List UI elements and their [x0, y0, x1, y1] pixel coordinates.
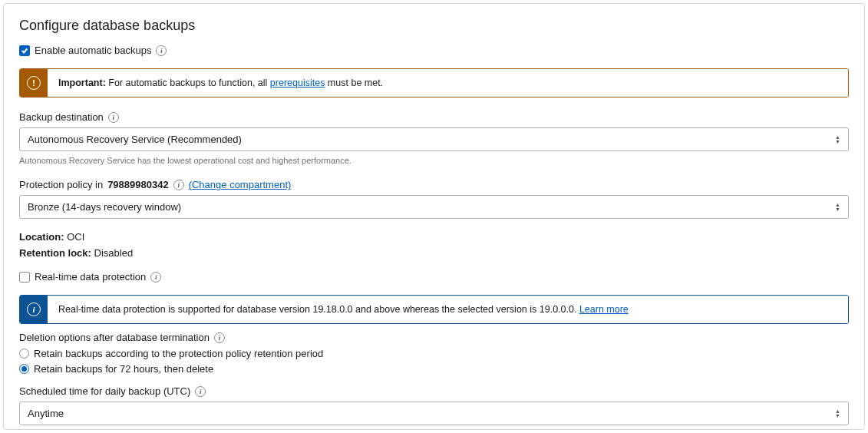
scheduled-time-label: Scheduled time for daily backup (UTC) — [19, 385, 190, 397]
select-arrows-icon: ▲▼ — [835, 203, 840, 211]
configure-backups-panel: Configure database backups Enable automa… — [3, 3, 865, 430]
info-icon[interactable]: i — [156, 45, 167, 56]
deletion-options-radio-group: Retain backups according to the protecti… — [19, 348, 849, 375]
backup-destination-select[interactable]: Autonomous Recovery Service (Recommended… — [19, 127, 849, 151]
info-icon[interactable]: i — [195, 386, 206, 397]
alert-body: Real-time data protection is supported f… — [48, 296, 848, 323]
select-value: Bronze (14-days recovery window) — [28, 201, 181, 213]
alert-body: Important: For automatic backups to func… — [48, 69, 848, 97]
deletion-option-row: Retain backups for 72 hours, then delete — [19, 363, 849, 375]
field-label-row: Protection policy in 79889980342 i (Chan… — [19, 179, 849, 190]
retention-lock-label: Retention lock: — [19, 247, 91, 259]
enable-backups-row: Enable automatic backups i — [19, 45, 849, 56]
info-icon[interactable]: i — [150, 272, 161, 283]
retention-lock-row: Retention lock: Disabled — [19, 247, 849, 259]
realtime-protection-checkbox[interactable] — [19, 272, 30, 283]
select-value: Anytime — [28, 408, 64, 419]
enable-backups-checkbox[interactable] — [19, 45, 30, 56]
location-label: Location: — [19, 231, 64, 243]
field-label-row: Backup destination i — [19, 111, 849, 123]
deletion-option-row: Retain backups according to the protecti… — [19, 348, 849, 359]
alert-exclamation-icon: ! — [27, 76, 41, 90]
select-arrows-icon: ▲▼ — [835, 135, 840, 144]
kv-block: Location: OCI Retention lock: Disabled — [19, 231, 849, 259]
learn-more-link[interactable]: Learn more — [579, 304, 629, 315]
backup-destination-field: Backup destination i Autonomous Recovery… — [19, 111, 849, 165]
info-icon[interactable]: i — [108, 112, 119, 123]
realtime-info-alert: i Real-time data protection is supported… — [19, 295, 849, 324]
field-label-row: Scheduled time for daily backup (UTC) i — [19, 385, 849, 397]
important-alert: ! Important: For automatic backups to fu… — [19, 68, 849, 98]
page-title: Configure database backups — [19, 18, 849, 34]
location-row: Location: OCI — [19, 231, 849, 243]
protection-policy-compartment: 79889980342 — [107, 179, 169, 190]
alert-text-before: For automatic backups to function, all — [106, 78, 270, 88]
enable-backups-label: Enable automatic backups — [35, 45, 151, 56]
alert-text-after: must be met. — [325, 78, 383, 88]
deletion-options-label: Deletion options after database terminat… — [19, 332, 210, 343]
deletion-option-label-0: Retain backups according to the protecti… — [34, 348, 323, 359]
select-arrows-icon: ▲▼ — [835, 409, 840, 418]
realtime-protection-label: Real-time data protection — [35, 271, 146, 283]
deletion-option-radio-1[interactable] — [19, 364, 29, 374]
protection-policy-select[interactable]: Bronze (14-days recovery window) ▲▼ — [19, 195, 849, 219]
deletion-option-radio-0[interactable] — [19, 349, 29, 359]
alert-icon-box: ! — [20, 69, 48, 97]
realtime-alert-text: Real-time data protection is supported f… — [58, 304, 579, 315]
deletion-option-label-1: Retain backups for 72 hours, then delete — [34, 363, 213, 375]
prerequisites-link[interactable]: prerequisites — [270, 78, 325, 88]
protection-policy-label-prefix: Protection policy in — [19, 179, 103, 190]
retention-lock-value: Disabled — [94, 247, 134, 259]
backup-destination-helper: Autonomous Recovery Service has the lowe… — [19, 156, 849, 165]
deletion-options-label-row: Deletion options after database terminat… — [19, 332, 849, 343]
location-value: OCI — [67, 231, 84, 243]
scheduled-time-field: Scheduled time for daily backup (UTC) i … — [19, 385, 849, 425]
realtime-protection-row: Real-time data protection i — [19, 271, 849, 283]
alert-info-icon: i — [27, 302, 41, 316]
protection-policy-field: Protection policy in 79889980342 i (Chan… — [19, 179, 849, 219]
scheduled-time-select[interactable]: Anytime ▲▼ — [19, 402, 849, 425]
change-compartment-link[interactable]: (Change compartment) — [189, 179, 292, 190]
info-icon[interactable]: i — [173, 180, 184, 190]
alert-prefix: Important: — [58, 78, 106, 88]
select-value: Autonomous Recovery Service (Recommended… — [28, 134, 242, 145]
alert-icon-box: i — [20, 296, 48, 323]
backup-destination-label: Backup destination — [19, 111, 104, 123]
info-icon[interactable]: i — [214, 332, 225, 343]
